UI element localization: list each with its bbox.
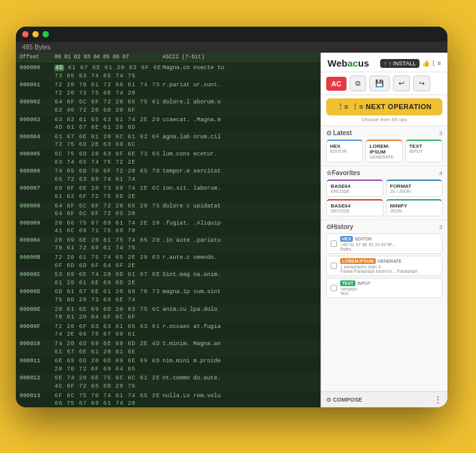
compose-button[interactable]: ⊙ COMPOSE — [326, 397, 362, 403]
hex-ascii: Sint.mag na.anim. — [162, 271, 317, 287]
selected-byte: 4D — [55, 65, 64, 71]
hex-row[interactable]: 000012 6E 74 20 6E 75 6C 6C 61 2E 4C 6F … — [16, 374, 321, 391]
base64d-label: BASE64 — [331, 203, 379, 209]
window-close-dot[interactable] — [22, 31, 29, 37]
history-content-3: TEXT INPUT <empty> Text — [340, 280, 438, 296]
hex-bytes: 64 6F 6C 6F 72 20 65 75 61 62 46 72 20 6… — [55, 98, 162, 114]
hex-row[interactable]: 000013 6F 6C 75 70 74 61 74 65 2E 66 75 … — [16, 391, 321, 407]
hex-row[interactable]: 000002 64 6F 6C 6F 72 20 65 75 61 62 46 … — [16, 98, 321, 115]
hex-row[interactable]: 00000F 72 20 6F 63 63 61 65 63 61 74 2E … — [16, 322, 321, 339]
compose-bar: ⊙ COMPOSE ⋮ — [321, 391, 447, 407]
window-maximize-dot[interactable] — [43, 31, 49, 37]
hex-row[interactable]: 000007 69 6F 6E 20 73 69 74 2E 6C 61 62 … — [16, 184, 321, 201]
thumbs-up-icon[interactable]: 👍 — [422, 60, 430, 67]
hex-ascii: agna.lab orum.cil — [162, 133, 317, 149]
hex-editor-card[interactable]: HEX EDITOR — [326, 140, 363, 162]
hex-card-sublabel: EDITOR — [330, 149, 359, 154]
hex-row[interactable]: 000004 61 67 6E 61 20 6C 61 62 6F 72 75 … — [16, 133, 321, 150]
favorites-grid: BASE64 ENCODE FORMAT JS / JSON BASE64 DE… — [326, 180, 442, 216]
more-options-icon[interactable]: ⋮ — [433, 395, 442, 405]
bytes-label: 485 Bytes — [22, 44, 50, 51]
hex-offset: 00000B — [20, 254, 55, 270]
hex-row[interactable]: 00000E 20 61 6E 69 6D 20 63 75 6C 70 61 … — [16, 305, 321, 322]
hex-row[interactable]: 000008 64 6F 6C 6F 72 20 65 20 75 64 6F … — [16, 202, 321, 219]
base64-encode-card[interactable]: BASE64 ENCODE — [326, 180, 383, 197]
hex-offset: 000005 — [20, 150, 55, 166]
hex-bytes: 6E 74 20 6E 75 6C 6C 61 2E 4C 6F 72 65 6… — [55, 374, 162, 390]
hex-offset: 000004 — [20, 133, 55, 149]
next-operation-button[interactable]: ⋮≡ ⋮≡ NEXT OPERATION — [326, 98, 442, 115]
format-json-card[interactable]: FORMAT JS / JSON — [386, 180, 443, 197]
hex-row[interactable]: 00000C 53 69 6E 74 20 6D 61 67 6E 61 20 … — [16, 270, 321, 287]
logo-accent: ac — [347, 58, 358, 69]
history-content-2: Lorem-Ipsum GENERATE 1 paragraphs plain … — [340, 258, 438, 273]
hex-ascii: t.minim. Magna.an — [162, 340, 317, 356]
hex-row[interactable]: 000003 63 63 61 65 63 61 74 2E 20 4D 61 … — [16, 115, 321, 133]
hex-row[interactable]: 000005 6C 75 6D 20 63 6F 6E 73 65 63 74 … — [16, 150, 321, 167]
hex-offset: 000012 — [20, 374, 55, 390]
hex-ascii: nim.mini m.proide — [162, 357, 317, 373]
hex-offset: 000000 — [20, 64, 55, 80]
latest-section: ⊙ Latest 3 HEX EDITOR Lorem-Ipsum GENERA… — [321, 126, 447, 166]
hex-rows: 000000 4D 61 67 6E 61 20 63 6F 6E 73 65 … — [16, 62, 321, 407]
hex-row[interactable]: 000000 4D 61 67 6E 61 20 63 6F 6E 73 65 … — [16, 63, 321, 81]
history-checkbox-1[interactable] — [331, 240, 337, 247]
latest-section-header: ⊙ Latest 3 — [326, 129, 442, 136]
hex-offset: 000007 — [20, 185, 55, 200]
minify-label: MINIFY — [390, 203, 439, 209]
hex-row[interactable]: 000009 20 66 75 67 69 61 74 2E 20 41 6C … — [16, 219, 321, 236]
hex-history-op: EDITOR — [355, 237, 371, 241]
install-button[interactable]: ↑ ↑ INSTALL — [380, 59, 420, 68]
screen-wrapper: 485 Bytes Offset 00 01 02 03 04 05 06 07… — [16, 27, 460, 439]
hex-row[interactable]: 00000D 6D 61 67 6E 61 20 69 70 73 75 6D … — [16, 287, 321, 305]
window-minimize-dot[interactable] — [32, 31, 39, 37]
action-buttons-row: AC ⧉ 💾 ↩ ↪ — [321, 72, 447, 95]
history-checkbox-3[interactable] — [331, 285, 337, 291]
hex-bytes: 6D 61 67 6E 61 20 69 70 73 75 6D 20 73 6… — [55, 288, 162, 304]
hex-history-value: Bytes — [340, 247, 438, 251]
favorites-title: ☆Favorites — [326, 169, 360, 176]
minify-json-card[interactable]: MINIFY JSON — [386, 199, 443, 216]
hex-row[interactable]: 000006 74 65 6D 70 6F 72 20 65 78 65 72 … — [16, 167, 321, 184]
history-section: ⊙History 3 HEX EDITOR =4 — [321, 220, 447, 391]
hex-ascii: lum.cons ecetur. — [162, 150, 317, 166]
hex-ascii: r.pariat ur.sunt. — [162, 81, 317, 97]
lorem-history-detail: Partial Paragraph Insert to... Paragraph — [340, 269, 438, 273]
text-input-card[interactable]: TEXT INPUT — [406, 140, 442, 162]
history-item-lorem[interactable]: Lorem-Ipsum GENERATE 1 paragraphs plain … — [326, 256, 442, 276]
history-item-hex[interactable]: HEX EDITOR =4D 61 67 6E 61 20 63 6F... B… — [326, 233, 442, 254]
lorem-ipsum-card[interactable]: Lorem-Ipsum GENERATE — [366, 140, 402, 162]
history-item-text[interactable]: TEXT INPUT <empty> Text — [326, 278, 442, 298]
hex-bytes: 6C 75 6D 20 63 6F 6E 73 65 63 74 65 74 7… — [55, 150, 162, 166]
menu-icon[interactable]: ≡ — [437, 60, 441, 67]
hex-offset: 000013 — [20, 392, 55, 407]
hex-offset: 00000D — [20, 288, 55, 304]
copy-button[interactable]: ⧉ — [350, 76, 366, 91]
undo-button[interactable]: ↩ — [393, 76, 410, 91]
format-label: FORMAT — [390, 183, 439, 189]
base64-decode-card[interactable]: BASE64 DECODE — [326, 199, 383, 216]
ac-button[interactable]: AC — [326, 77, 347, 91]
hex-row[interactable]: 000010 74 20 6D 69 6E 69 6D 2E 4D 61 67 … — [16, 339, 321, 357]
text-history-tag: TEXT — [340, 280, 355, 286]
history-checkbox-2[interactable] — [331, 263, 337, 269]
hex-bytes: 72 20 6F 63 63 61 65 63 61 74 2E 66 75 6… — [55, 323, 162, 339]
hex-offset: 000011 — [20, 357, 55, 373]
hex-bytes: 6E 69 6D 20 6D 69 6E 69 6D 20 70 72 6F 6… — [55, 357, 162, 373]
share-icon[interactable]: ⟨ — [432, 60, 435, 67]
hex-bytes: 61 67 6E 61 20 6C 61 62 6F 72 75 6D 2E 6… — [55, 133, 162, 149]
redo-button[interactable]: ↪ — [413, 76, 430, 91]
hex-row[interactable]: 00000B 72 20 61 75 74 65 2E 20 63 6F 6D … — [16, 253, 321, 270]
favorites-count: 4 — [439, 170, 442, 176]
save-button[interactable]: 💾 — [369, 76, 390, 91]
text-card-sublabel: INPUT — [409, 149, 439, 154]
favorites-section: ☆Favorites 4 BASE64 ENCODE FORMAT JS / J… — [321, 166, 447, 220]
hex-ascii: nt.commo do.aute. — [162, 374, 317, 390]
history-content-1: HEX EDITOR =4D 61 67 6E 61 20 63 6F... B… — [340, 236, 438, 251]
monitor-topbar — [16, 27, 447, 42]
hex-row[interactable]: 00000A 20 69 6E 20 61 75 74 65 20 70 61 … — [16, 236, 321, 253]
hex-row[interactable]: 000011 6E 69 6D 20 6D 69 6E 69 6D 20 70 … — [16, 357, 321, 374]
hex-ascii: r.aute.c ommodo. — [162, 254, 317, 270]
hex-ascii: tempor.e xercitat — [162, 167, 317, 183]
hex-row[interactable]: 000001 72 20 70 61 72 69 61 74 75 72 20 … — [16, 81, 321, 98]
